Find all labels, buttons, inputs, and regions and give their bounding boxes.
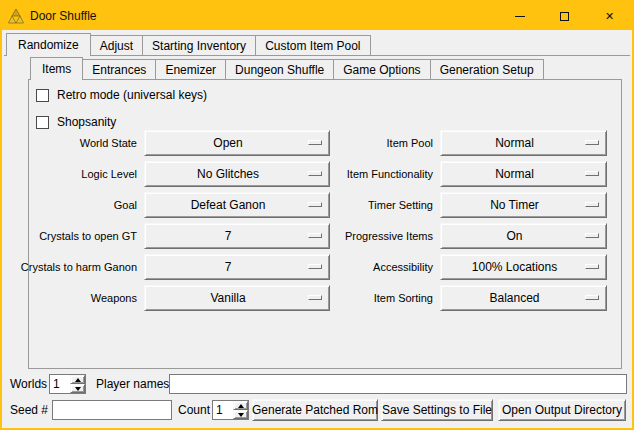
worlds-label: Worlds bbox=[10, 374, 47, 394]
dropdown-indicator-icon bbox=[308, 295, 322, 300]
close-button[interactable]: ✕ bbox=[587, 2, 632, 30]
arrow-down-icon bbox=[238, 413, 244, 417]
seed-label: Seed # bbox=[10, 400, 48, 420]
worlds-spinbox[interactable] bbox=[49, 374, 86, 394]
dropdown-indicator-icon bbox=[585, 171, 599, 176]
maximize-button[interactable] bbox=[542, 2, 587, 30]
tab-randomize-label: Randomize bbox=[18, 38, 79, 52]
item-pool-value: Normal bbox=[495, 136, 534, 150]
options-grid: World State Open Item Pool Normal Logic … bbox=[33, 130, 607, 311]
dropdown-indicator-icon bbox=[308, 233, 322, 238]
tab-generation-setup[interactable]: Generation Setup bbox=[430, 59, 544, 79]
count-spinbox[interactable] bbox=[212, 400, 249, 420]
goal-dropdown[interactable]: Defeat Ganon bbox=[144, 192, 330, 218]
tab-custom-item-pool[interactable]: Custom Item Pool bbox=[255, 35, 370, 55]
weapons-value: Vanilla bbox=[210, 291, 245, 305]
timer-setting-label: Timer Setting bbox=[368, 199, 433, 211]
minimize-button[interactable] bbox=[497, 2, 542, 30]
tab-game-options-label: Game Options bbox=[343, 63, 420, 77]
tab-custom-item-pool-label: Custom Item Pool bbox=[265, 39, 360, 53]
item-pool-dropdown[interactable]: Normal bbox=[440, 130, 607, 156]
crystals-harm-ganon-value: 7 bbox=[225, 260, 232, 274]
progressive-items-value: On bbox=[506, 229, 522, 243]
app-window: Door Shuffle ✕ Randomize Adjust Starting… bbox=[0, 0, 634, 430]
tab-enemizer[interactable]: Enemizer bbox=[155, 59, 226, 79]
goal-value: Defeat Ganon bbox=[191, 198, 266, 212]
count-label: Count bbox=[178, 400, 210, 420]
maximize-icon bbox=[560, 12, 569, 21]
dropdown-indicator-icon bbox=[585, 233, 599, 238]
player-names-input[interactable] bbox=[169, 374, 627, 394]
inner-tabbar: Items Entrances Enemizer Dungeon Shuffle… bbox=[30, 56, 543, 79]
minimize-icon bbox=[515, 16, 525, 17]
crystals-open-gt-dropdown[interactable]: 7 bbox=[144, 223, 330, 249]
world-state-value: Open bbox=[213, 136, 242, 150]
seed-input[interactable] bbox=[52, 400, 172, 420]
logic-level-value: No Glitches bbox=[197, 167, 259, 181]
logic-level-dropdown[interactable]: No Glitches bbox=[144, 161, 330, 187]
count-input[interactable] bbox=[213, 401, 233, 419]
tab-game-options[interactable]: Game Options bbox=[333, 59, 430, 79]
tab-starting-inventory-label: Starting Inventory bbox=[152, 39, 246, 53]
item-sorting-dropdown[interactable]: Balanced bbox=[440, 285, 607, 311]
worlds-input[interactable] bbox=[50, 375, 70, 393]
arrow-down-icon bbox=[75, 387, 81, 391]
window-title: Door Shuffle bbox=[30, 9, 97, 23]
count-increment-button[interactable] bbox=[233, 401, 248, 410]
worlds-spin-buttons bbox=[70, 375, 85, 393]
weapons-label: Weapons bbox=[91, 292, 137, 304]
outer-tabbar: Randomize Adjust Starting Inventory Cust… bbox=[6, 32, 370, 55]
tab-starting-inventory[interactable]: Starting Inventory bbox=[142, 35, 256, 55]
save-settings-button[interactable]: Save Settings to File bbox=[381, 399, 493, 421]
dropdown-indicator-icon bbox=[308, 140, 322, 145]
retro-mode-checkbox-box[interactable] bbox=[36, 89, 49, 102]
player-names-label: Player names bbox=[96, 374, 169, 394]
crystals-harm-ganon-label: Crystals to harm Ganon bbox=[21, 261, 137, 273]
item-functionality-value: Normal bbox=[495, 167, 534, 181]
tab-adjust[interactable]: Adjust bbox=[90, 35, 143, 55]
arrow-up-icon bbox=[238, 404, 244, 408]
tab-items[interactable]: Items bbox=[30, 57, 83, 80]
retro-mode-label: Retro mode (universal keys) bbox=[57, 88, 207, 102]
accessibility-value: 100% Locations bbox=[472, 260, 557, 274]
item-pool-label: Item Pool bbox=[387, 137, 433, 149]
tab-items-label: Items bbox=[42, 62, 71, 76]
tab-randomize[interactable]: Randomize bbox=[6, 33, 91, 56]
items-tab-panel: Retro mode (universal keys) Shopsanity W… bbox=[28, 79, 622, 369]
arrow-up-icon bbox=[75, 378, 81, 382]
item-functionality-dropdown[interactable]: Normal bbox=[440, 161, 607, 187]
crystals-open-gt-value: 7 bbox=[225, 229, 232, 243]
item-functionality-label: Item Functionality bbox=[347, 168, 433, 180]
tab-enemizer-label: Enemizer bbox=[165, 63, 216, 77]
dropdown-indicator-icon bbox=[585, 295, 599, 300]
tab-dungeon-shuffle-label: Dungeon Shuffle bbox=[235, 63, 324, 77]
worlds-decrement-button[interactable] bbox=[70, 384, 85, 393]
count-spin-buttons bbox=[233, 401, 248, 419]
shopsanity-checkbox-box[interactable] bbox=[36, 116, 49, 129]
dropdown-indicator-icon bbox=[308, 171, 322, 176]
progressive-items-dropdown[interactable]: On bbox=[440, 223, 607, 249]
world-state-dropdown[interactable]: Open bbox=[144, 130, 330, 156]
timer-setting-value: No Timer bbox=[490, 198, 539, 212]
weapons-dropdown[interactable]: Vanilla bbox=[144, 285, 330, 311]
tab-adjust-label: Adjust bbox=[100, 39, 133, 53]
world-state-label: World State bbox=[80, 137, 137, 149]
dropdown-indicator-icon bbox=[585, 140, 599, 145]
tab-generation-setup-label: Generation Setup bbox=[440, 63, 534, 77]
timer-setting-dropdown[interactable]: No Timer bbox=[440, 192, 607, 218]
crystals-harm-ganon-dropdown[interactable]: 7 bbox=[144, 254, 330, 280]
worlds-increment-button[interactable] bbox=[70, 375, 85, 384]
item-sorting-label: Item Sorting bbox=[374, 292, 433, 304]
count-decrement-button[interactable] bbox=[233, 410, 248, 419]
goal-label: Goal bbox=[114, 199, 137, 211]
checkbox-retro-mode[interactable]: Retro mode (universal keys) bbox=[36, 85, 207, 105]
checkbox-shopsanity[interactable]: Shopsanity bbox=[36, 112, 116, 132]
open-output-directory-button[interactable]: Open Output Directory bbox=[498, 399, 626, 421]
tab-dungeon-shuffle[interactable]: Dungeon Shuffle bbox=[225, 59, 334, 79]
accessibility-dropdown[interactable]: 100% Locations bbox=[440, 254, 607, 280]
accessibility-label: Accessibility bbox=[373, 261, 433, 273]
tab-entrances[interactable]: Entrances bbox=[82, 59, 156, 79]
logic-level-label: Logic Level bbox=[81, 168, 137, 180]
dropdown-indicator-icon bbox=[585, 202, 599, 207]
generate-patched-rom-button[interactable]: Generate Patched Rom bbox=[252, 399, 378, 421]
